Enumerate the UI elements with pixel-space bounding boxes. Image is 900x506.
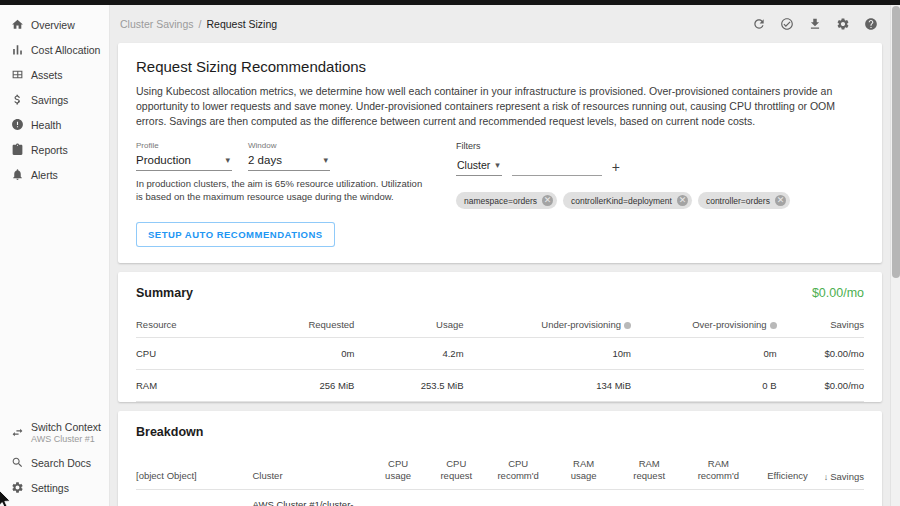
page-description: Using Kubecost allocation metrics, we de… [136,84,864,129]
table-row[interactable]: orders/orders:orders AWS Cluster #1/clus… [136,490,864,506]
cell-requested: 256 MiB [238,370,354,402]
gear-icon[interactable] [835,17,850,32]
switch-context-label: Switch Context [31,421,101,433]
cell-under-provisioning: 10m [464,338,631,370]
cell-ram-usage: 253.5 MiB [551,490,617,506]
info-icon[interactable] [624,322,631,329]
sidebar-item-reports[interactable]: Reports [0,137,109,162]
cell-usage: 4.2m [354,338,463,370]
reports-icon [10,142,25,157]
chip-label: namespace=orders [464,196,537,206]
sidebar: Overview Cost Allocation Assets Savings … [0,5,110,506]
filter-chip[interactable]: controllerKind=deployment ✕ [563,192,692,209]
summary-table: Resource Requested Usage Under-provision… [136,312,864,402]
column-header: Savings [777,312,864,338]
dollar-icon [10,92,25,107]
breadcrumb: Cluster Savings / Request Sizing [120,18,277,30]
filter-value-input[interactable] [512,159,602,176]
cell-savings: $0.00/mo [777,338,864,370]
assets-icon [10,67,25,82]
window-top-bar [0,0,900,5]
chevron-down-icon: ▾ [225,155,230,165]
filter-chip[interactable]: namespace=orders ✕ [456,192,557,209]
cell-requested: 0m [238,338,354,370]
scrollbar-thumb[interactable] [892,6,900,278]
column-header: CPUrequest [427,451,485,490]
cell-over-provisioning: 0m [631,338,777,370]
filter-field-value: Cluster [457,159,490,171]
sidebar-item-alerts[interactable]: Alerts [0,162,109,187]
profile-select[interactable]: Profile Production ▾ [136,141,232,171]
close-icon[interactable]: ✕ [677,195,688,206]
breadcrumb-separator: / [199,18,202,30]
filters-panel: Filters Cluster ▾ + namespace=orders ✕ [456,141,790,247]
add-filter-button[interactable]: + [612,160,620,176]
sidebar-item-label: Reports [31,144,68,156]
summary-card: Summary $0.00/mo Resource Requested Usag… [118,272,882,402]
download-icon[interactable] [807,17,822,32]
cell-ram-recommended: 390 MiB [682,490,755,506]
filter-chip[interactable]: controller=orders ✕ [698,192,790,209]
sidebar-item-label: Alerts [31,169,58,181]
sidebar-item-settings[interactable]: Settings [0,475,109,500]
column-header-savings-sort[interactable]: ↓Savings [820,451,864,490]
sidebar-item-health[interactable]: Health [0,112,109,137]
vertical-scrollbar[interactable] [890,5,900,506]
profile-label: Profile [136,141,232,150]
column-header: Efficiency [755,451,821,490]
sidebar-item-label: Assets [31,69,63,81]
column-header: Under-provisioning [464,312,631,338]
cell-savings: $0.00/mo [777,370,864,402]
help-icon[interactable] [863,17,878,32]
filters-label: Filters [456,141,790,151]
column-header: Resource [136,312,238,338]
sidebar-item-assets[interactable]: Assets [0,62,109,87]
window-select[interactable]: Window 2 days ▾ [248,141,330,171]
filter-chips: namespace=orders ✕ controllerKind=deploy… [456,192,790,209]
sidebar-item-overview[interactable]: Overview [0,12,109,37]
info-icon[interactable] [770,322,777,329]
column-header: Usage [354,312,463,338]
sidebar-item-cost-allocation[interactable]: Cost Allocation [0,37,109,62]
check-circle-icon[interactable] [779,17,794,32]
close-icon[interactable]: ✕ [542,195,553,206]
window-value: 2 days [248,154,282,166]
table-row: CPU 0m 4.2m 10m 0m $0.00/mo [136,338,864,370]
breadcrumb-current: Request Sizing [206,18,277,30]
request-sizing-card: Request Sizing Recommendations Using Kub… [118,43,882,263]
column-header: Requested [238,312,354,338]
health-icon [10,117,25,132]
summary-header-row: Resource Requested Usage Under-provision… [136,312,864,338]
column-header: Cluster [252,451,368,490]
page-title: Request Sizing Recommendations [136,58,864,75]
search-docs-label: Search Docs [31,457,91,469]
column-header: RAMrequest [616,451,682,490]
filter-field-select[interactable]: Cluster ▾ [456,158,502,176]
refresh-icon[interactable] [751,17,766,32]
bell-icon [10,167,25,182]
cell-efficiency: 85.9% [755,490,821,506]
sidebar-item-label: Health [31,119,61,131]
breadcrumb-parent[interactable]: Cluster Savings [120,18,194,30]
close-icon[interactable]: ✕ [775,195,786,206]
swap-icon [10,425,25,440]
bar-chart-icon [10,42,25,57]
summary-title: Summary [136,286,193,300]
setup-auto-recommendations-button[interactable]: SETUP AUTO RECOMMENDATIONS [136,222,335,247]
sidebar-item-search-docs[interactable]: Search Docs [0,450,109,475]
column-header: RAMusage [551,451,617,490]
sidebar-item-switch-context[interactable]: Switch Context AWS Cluster #1 [0,414,109,450]
header-actions [751,17,878,32]
sidebar-item-label: Savings [31,94,68,106]
breakdown-header-row: [object Object] Cluster CPUusage CPUrequ… [136,451,864,490]
sidebar-footer: Switch Context AWS Cluster #1 Search Doc… [0,414,109,506]
cell-cpu-recommended: 10m [485,490,551,506]
window-label: Window [248,141,330,150]
cell-over-provisioning: 0 B [631,370,777,402]
settings-label: Settings [31,482,69,494]
mouse-cursor [0,490,13,506]
column-header: RAMrecomm'd [682,451,755,490]
profile-helper-text: In production clusters, the aim is 65% r… [136,177,428,203]
chevron-down-icon: ▾ [323,155,328,165]
sidebar-item-savings[interactable]: Savings [0,87,109,112]
